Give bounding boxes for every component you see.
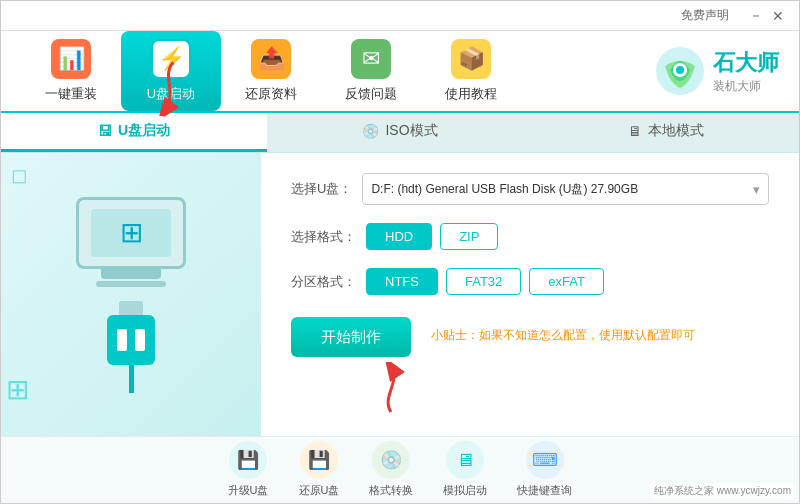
subtab-iso[interactable]: 💿 ISO模式 (267, 113, 533, 152)
format-zip-button[interactable]: ZIP (440, 223, 498, 250)
monitor-display: ⊞ (76, 197, 186, 269)
watermark: 纯净系统之家 www.ycwjzy.com (650, 483, 795, 499)
brand-text: 石大师 装机大师 (713, 48, 779, 95)
partition-ntfs-button[interactable]: NTFS (366, 268, 438, 295)
usb-slot-1 (117, 329, 127, 351)
start-make-button[interactable]: 开始制作 (291, 317, 411, 357)
tutorial-label: 使用教程 (445, 85, 497, 103)
toolbar-item-reinstall[interactable]: 📊 一键重装 (21, 31, 121, 111)
bottom-item-simulate-boot[interactable]: 🖥 模拟启动 (443, 441, 487, 498)
usb-label: U盘启动 (147, 85, 195, 103)
svg-point-2 (676, 66, 684, 74)
brand-name: 石大师 (713, 48, 779, 78)
usb-slot-2 (135, 329, 145, 351)
brand-logo-icon (655, 46, 705, 96)
partition-format-label: 分区格式： (291, 273, 356, 291)
restore-icon: 📤 (251, 39, 291, 79)
start-row: 开始制作 小贴士：如果不知道怎么配置，使用默认配置即可 (291, 313, 769, 357)
windows-logo-icon: ⊞ (120, 216, 143, 249)
usb-icon: ⚡ (151, 39, 191, 79)
deco-icon-2: ⊞ (6, 373, 29, 406)
simulate-boot-label: 模拟启动 (443, 483, 487, 498)
toolbar-item-tutorial[interactable]: 📦 使用教程 (421, 31, 521, 111)
restore-usb-label: 还原U盘 (299, 483, 340, 498)
format-convert-label: 格式转换 (369, 483, 413, 498)
right-panel: 选择U盘： D:F: (hdt) General USB Flash Disk … (261, 153, 799, 436)
local-tab-icon: 🖥 (628, 123, 642, 139)
bottom-item-format-convert[interactable]: 💿 格式转换 (369, 441, 413, 498)
monitor-stand-base (96, 281, 166, 287)
usb-device (107, 301, 155, 393)
chevron-down-icon: ▾ (753, 182, 760, 197)
usb-tab-label: U盘启动 (118, 122, 170, 140)
toolbar-item-usb[interactable]: ⚡ U盘启动 (121, 31, 221, 111)
tutorial-icon: 📦 (451, 39, 491, 79)
close-button[interactable]: ✕ (767, 5, 789, 27)
toolbar-item-restore[interactable]: 📤 还原资料 (221, 31, 321, 111)
subtabs-wrapper: 🖫 U盘启动 💿 ISO模式 🖥 本地模式 (1, 113, 799, 153)
partition-exfat-button[interactable]: exFAT (529, 268, 604, 295)
restore-label: 还原资料 (245, 85, 297, 103)
usb-cable (129, 365, 134, 393)
brand-area: 石大师 装机大师 (655, 46, 779, 96)
brand-sub: 装机大师 (713, 78, 761, 95)
iso-tab-icon: 💿 (362, 123, 379, 139)
local-tab-label: 本地模式 (648, 122, 704, 140)
free-declaration-label: 免费声明 (681, 7, 729, 24)
tip-text: 小贴士：如果不知道怎么配置，使用默认配置即可 (431, 327, 695, 344)
partition-button-group: NTFS FAT32 exFAT (366, 268, 604, 295)
shortcut-query-icon: ⌨ (526, 441, 564, 479)
bottom-item-shortcut-query[interactable]: ⌨ 快捷键查询 (517, 441, 572, 498)
deco-icon-1: ◻ (11, 163, 28, 187)
main-content: ◻ ⊞ ⊞ (1, 153, 799, 436)
feedback-icon: ✉ (351, 39, 391, 79)
feedback-label: 反馈问题 (345, 85, 397, 103)
usb-illustration: ⊞ (76, 197, 186, 393)
format-button-group: HDD ZIP (366, 223, 498, 250)
upgrade-usb-label: 升级U盘 (228, 483, 269, 498)
bottom-item-restore-usb[interactable]: 💾 还原U盘 (299, 441, 340, 498)
bottom-item-upgrade-usb[interactable]: 💾 升级U盘 (228, 441, 269, 498)
subtab-local[interactable]: 🖥 本地模式 (533, 113, 799, 152)
usb-select-value: D:F: (hdt) General USB Flash Disk (U盘) 2… (371, 181, 638, 198)
usb-select-dropdown[interactable]: D:F: (hdt) General USB Flash Disk (U盘) 2… (362, 173, 769, 205)
restore-usb-icon: 💾 (300, 441, 338, 479)
partition-format-row: 分区格式： NTFS FAT32 exFAT (291, 268, 769, 295)
left-panel: ◻ ⊞ ⊞ (1, 153, 261, 436)
subtabs: 🖫 U盘启动 💿 ISO模式 🖥 本地模式 (1, 113, 799, 153)
usb-body (107, 315, 155, 365)
usb-select-row: 选择U盘： D:F: (hdt) General USB Flash Disk … (291, 173, 769, 205)
shortcut-query-label: 快捷键查询 (517, 483, 572, 498)
upgrade-usb-icon: 💾 (229, 441, 267, 479)
reinstall-icon: 📊 (51, 39, 91, 79)
reinstall-label: 一键重装 (45, 85, 97, 103)
title-bar: 免费声明 － ✕ (1, 1, 799, 31)
format-convert-icon: 💿 (372, 441, 410, 479)
usb-tab-icon: 🖫 (98, 123, 112, 139)
app-window: 免费声明 － ✕ 📊 一键重装 ⚡ U盘启动 📤 还原资料 ✉ 反馈问题 📦 使… (0, 0, 800, 504)
monitor-screen: ⊞ (91, 209, 171, 257)
minimize-button[interactable]: － (745, 5, 767, 27)
format-select-row: 选择格式： HDD ZIP (291, 223, 769, 250)
format-select-label: 选择格式： (291, 228, 356, 246)
main-toolbar: 📊 一键重装 ⚡ U盘启动 📤 还原资料 ✉ 反馈问题 📦 使用教程 (1, 31, 799, 113)
usb-select-label: 选择U盘： (291, 180, 352, 198)
format-hdd-button[interactable]: HDD (366, 223, 432, 250)
toolbar-item-feedback[interactable]: ✉ 反馈问题 (321, 31, 421, 111)
subtab-usb[interactable]: 🖫 U盘启动 (1, 113, 267, 152)
partition-fat32-button[interactable]: FAT32 (446, 268, 521, 295)
monitor-stand-top (101, 269, 161, 279)
usb-plug-top (119, 301, 143, 315)
iso-tab-label: ISO模式 (385, 122, 437, 140)
simulate-boot-icon: 🖥 (446, 441, 484, 479)
